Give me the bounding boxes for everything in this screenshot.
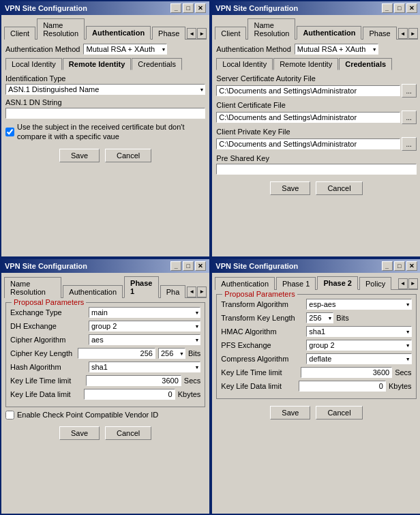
title-bar-2: VPN Site Configuration _ □ ✕ — [212, 1, 420, 15]
pre-shared-section: Pre Shared Key — [216, 154, 416, 175]
server-cert-input[interactable] — [216, 85, 400, 96]
pfs-exchange-label: PFS Exchange — [221, 341, 303, 349]
hmac-algo-select[interactable]: sha1 — [306, 326, 411, 337]
tab-phase-1[interactable]: Phase — [152, 27, 185, 40]
compress-algo-select[interactable]: deflate — [306, 353, 411, 364]
key-life-time-input[interactable] — [86, 375, 181, 386]
exchange-type-select[interactable]: main — [89, 307, 200, 318]
dh-exchange-select[interactable]: group 2 — [89, 321, 200, 332]
client-cert-browse-btn[interactable]: ... — [402, 111, 417, 124]
tab-next-2[interactable]: ► — [408, 28, 418, 39]
checkpoint-checkbox[interactable] — [5, 411, 14, 420]
pfs-exchange-wrapper: group 2 — [306, 340, 411, 351]
close-btn-4[interactable]: ✕ — [406, 261, 417, 271]
window-4: VPN Site Configuration _ □ ✕ Authenticat… — [211, 258, 420, 516]
cancel-btn-2[interactable]: Cancel — [316, 181, 362, 195]
pfs-exchange-select[interactable]: group 2 — [306, 340, 411, 351]
key-life-time-row-4: Key Life Time limit Secs — [221, 367, 411, 378]
dn-string-input-1[interactable] — [5, 108, 205, 119]
key-life-data-kbytes-4: Kbytes — [389, 382, 412, 390]
id-type-label-1: Identification Type — [5, 74, 205, 83]
cipher-key-select-wrapper: 256 — [158, 348, 185, 359]
key-life-data-input-4[interactable] — [299, 381, 386, 392]
sub-tab-local-2[interactable]: Local Identity — [216, 58, 273, 70]
minimize-btn-2[interactable]: _ — [382, 3, 393, 13]
save-btn-3[interactable]: Save — [59, 426, 100, 440]
client-cert-input[interactable] — [216, 112, 400, 123]
title-bar-3: VPN Site Configuration _ □ ✕ — [1, 259, 209, 273]
tab-bar-2: Client Name Resolution Authentication Ph… — [212, 15, 420, 39]
maximize-btn-3[interactable]: □ — [183, 261, 194, 271]
sub-tab-bar-1: Local Identity Remote Identity Credentia… — [5, 58, 205, 70]
sub-tab-remote-2[interactable]: Remote Identity — [273, 58, 338, 70]
tab-client-2[interactable]: Client — [215, 27, 246, 40]
client-cert-row: ... — [216, 111, 416, 124]
tab-client-1[interactable]: Client — [4, 27, 35, 40]
key-life-time-secs: Secs — [184, 377, 200, 385]
tab-name-res-3[interactable]: Name Resolution — [4, 277, 61, 298]
sub-tab-creds-2[interactable]: Credentials — [339, 58, 392, 70]
client-key-browse-btn[interactable]: ... — [402, 137, 417, 151]
tab-policy-4[interactable]: Policy — [359, 277, 391, 290]
tab-pha-3[interactable]: Pha — [160, 285, 186, 298]
tab-name-res-2[interactable]: Name Resolution — [247, 18, 295, 40]
server-cert-browse-btn[interactable]: ... — [402, 84, 417, 98]
hash-algo-select[interactable]: sha1 — [89, 362, 200, 372]
tab-phase1-3[interactable]: Phase 1 — [124, 276, 159, 298]
cancel-btn-4[interactable]: Cancel — [316, 406, 362, 420]
save-btn-1[interactable]: Save — [59, 149, 100, 162]
content-2: Authentication Method Mutual RSA + XAuth… — [212, 40, 420, 256]
auth-method-select-2[interactable]: Mutual RSA + XAuth — [295, 44, 378, 55]
maximize-btn-2[interactable]: □ — [394, 3, 405, 13]
minimize-btn-4[interactable]: _ — [382, 261, 393, 271]
sub-tab-local-1[interactable]: Local Identity — [5, 58, 62, 70]
close-btn-2[interactable]: ✕ — [406, 3, 417, 13]
tab-next-1[interactable]: ► — [197, 28, 207, 39]
cancel-btn-3[interactable]: Cancel — [105, 426, 151, 440]
cipher-algo-select[interactable]: aes — [89, 334, 200, 345]
subject-checkbox-1[interactable] — [5, 128, 14, 136]
pre-shared-input[interactable] — [216, 164, 416, 175]
maximize-btn-1[interactable]: □ — [183, 3, 194, 13]
cancel-btn-1[interactable]: Cancel — [105, 149, 151, 162]
tab-next-3[interactable]: ► — [197, 286, 207, 297]
auth-method-select-wrapper-1: Mutual RSA + XAuth — [83, 44, 167, 55]
key-life-time-row: Key Life Time limit Secs — [10, 375, 200, 386]
tab-prev-1[interactable]: ◄ — [187, 28, 196, 39]
close-btn-3[interactable]: ✕ — [195, 261, 206, 271]
tab-phase-2[interactable]: Phase — [363, 27, 396, 40]
tab-auth-4[interactable]: Authentication — [215, 277, 275, 290]
id-type-select-1[interactable]: ASN.1 Distinguished Name — [5, 84, 205, 95]
tab-name-res-1[interactable]: Name Resolution — [37, 18, 85, 40]
cipher-key-select[interactable]: 256 — [158, 348, 185, 359]
key-life-time-input-4[interactable] — [301, 367, 392, 378]
sub-tab-remote-1[interactable]: Remote Identity — [63, 58, 132, 70]
key-life-data-input[interactable] — [84, 389, 175, 400]
tab-auth-2[interactable]: Authentication — [297, 26, 361, 40]
client-key-input[interactable] — [216, 138, 400, 149]
sub-tab-creds-1[interactable]: Credentials — [132, 58, 182, 70]
auth-method-select-1[interactable]: Mutual RSA + XAuth — [83, 44, 167, 55]
transform-key-select[interactable]: 256 — [306, 312, 333, 323]
sub-tab-bar-2: Local Identity Remote Identity Credentia… — [216, 58, 416, 70]
key-life-time-secs-4: Secs — [395, 368, 411, 377]
title-3: VPN Site Configuration — [5, 262, 87, 270]
hash-algo-wrapper: sha1 — [89, 362, 200, 372]
tab-prev-2[interactable]: ◄ — [398, 28, 408, 39]
cipher-key-input[interactable] — [78, 348, 155, 359]
minimize-btn-3[interactable]: _ — [170, 261, 181, 271]
maximize-btn-4[interactable]: □ — [394, 261, 405, 271]
tab-next-4[interactable]: ► — [408, 278, 418, 289]
tab-prev-4[interactable]: ◄ — [398, 278, 408, 289]
tab-auth-3[interactable]: Authentication — [63, 285, 123, 298]
tab-auth-1[interactable]: Authentication — [86, 26, 151, 40]
save-btn-2[interactable]: Save — [270, 181, 310, 195]
btn-row-4: Save Cancel — [216, 403, 416, 420]
save-btn-4[interactable]: Save — [270, 406, 310, 420]
tab-prev-3[interactable]: ◄ — [187, 286, 196, 297]
tab-phase2-4[interactable]: Phase 2 — [317, 276, 358, 290]
tab-phase1-4[interactable]: Phase 1 — [276, 277, 316, 290]
transform-algo-select[interactable]: esp-aes — [306, 299, 411, 310]
minimize-btn-1[interactable]: _ — [170, 3, 181, 13]
close-btn-1[interactable]: ✕ — [195, 3, 206, 13]
